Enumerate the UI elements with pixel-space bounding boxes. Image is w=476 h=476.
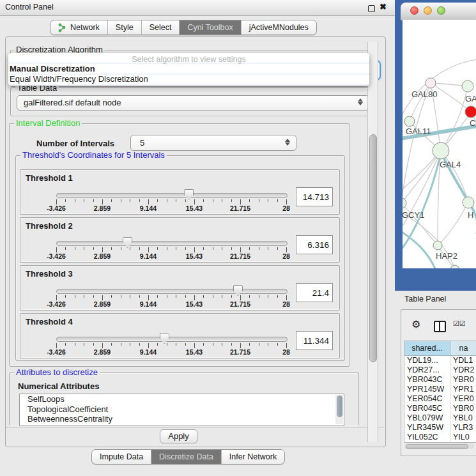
- network-node[interactable]: [433, 241, 442, 250]
- network-edge[interactable]: [438, 203, 468, 245]
- column-checkboxes-icon[interactable]: ☑☑: [453, 319, 466, 328]
- apply-button[interactable]: Apply: [160, 429, 197, 443]
- cell-name[interactable]: YBL0: [450, 413, 476, 423]
- tab-select[interactable]: Select: [141, 20, 180, 35]
- tab-network[interactable]: Network: [50, 20, 107, 35]
- close-icon[interactable]: ✖: [380, 2, 387, 12]
- cell-shared-name[interactable]: YER054C: [404, 394, 450, 404]
- tab-impute-data[interactable]: Impute Data: [92, 450, 151, 464]
- tab-infer-network[interactable]: Infer Network: [221, 450, 284, 464]
- network-edge[interactable]: [403, 231, 436, 268]
- threshold-value[interactable]: 21.4: [296, 283, 333, 302]
- network-node[interactable]: [404, 116, 415, 127]
- list-scrollbar[interactable]: [335, 395, 343, 424]
- cell-shared-name[interactable]: YBR045C: [404, 404, 450, 413]
- threshold-value[interactable]: 11.344: [296, 331, 333, 350]
- cell-name[interactable]: YBR0: [450, 375, 476, 385]
- table-row[interactable]: YDR27...YDR2: [404, 365, 476, 375]
- close-traffic-icon[interactable]: [410, 6, 418, 15]
- slider-tick-labels: -3.4262.8599.14415.4321.71528: [56, 204, 286, 212]
- tick-mark: [203, 343, 204, 346]
- table-row[interactable]: YPR145WYPR1: [404, 385, 476, 394]
- list-scrollbar-thumb[interactable]: [337, 395, 342, 417]
- slider-handle[interactable]: [184, 189, 194, 200]
- cell-shared-name[interactable]: YDR27...: [404, 365, 450, 375]
- network-window-titlebar[interactable]: [401, 3, 476, 20]
- table-row[interactable]: YIL052CYIL0: [404, 433, 476, 442]
- cell-shared-name[interactable]: YIL052C: [404, 433, 450, 442]
- attribute-list-item[interactable]: SelfLoops: [20, 394, 344, 404]
- table-h-scrollbar[interactable]: [404, 443, 474, 449]
- threshold-value[interactable]: 6.316: [296, 235, 333, 254]
- spinner-arrows-icon: [285, 139, 290, 146]
- attribute-list-item[interactable]: BetweennessCentrality: [20, 414, 344, 424]
- cell-name[interactable]: YDL1: [450, 356, 476, 365]
- network-node[interactable]: [433, 142, 449, 159]
- table-row[interactable]: YBL079WYBL0: [404, 413, 476, 423]
- network-node[interactable]: [426, 78, 436, 88]
- network-edge[interactable]: [410, 83, 431, 121]
- tab-discretize-data[interactable]: Discretize Data: [151, 450, 221, 464]
- cell-name[interactable]: YIL0: [450, 433, 476, 442]
- tick-mark: [213, 295, 213, 298]
- slider-handle[interactable]: [233, 285, 243, 296]
- tab-jactivemnodules[interactable]: jActiveMNodules: [241, 20, 316, 35]
- threshold-panel: Threshold 3 -3.4262.8599.14415.4321.7152…: [20, 265, 340, 311]
- cell-name[interactable]: YPR1: [450, 385, 476, 394]
- tick-mark: [75, 199, 75, 202]
- cell-name[interactable]: YBR0: [450, 404, 476, 413]
- split-columns-icon[interactable]: [434, 321, 446, 332]
- tab-cyni-toolbox[interactable]: Cyni Toolbox: [179, 20, 240, 35]
- column-header-name[interactable]: na: [450, 341, 476, 355]
- popup-option-equal-width[interactable]: Equal Width/Frequency Discretization: [10, 74, 148, 84]
- panel-scrollbar-thumb[interactable]: [369, 134, 377, 362]
- tick-mark: [148, 295, 149, 300]
- table-row[interactable]: YLR345WYLR3: [404, 423, 476, 433]
- table-data-combobox[interactable]: galFiltered.sif default node: [17, 95, 369, 111]
- threshold-value[interactable]: 14.713: [296, 187, 333, 206]
- tick-mark: [259, 199, 259, 202]
- network-node[interactable]: [462, 81, 473, 92]
- network-node[interactable]: [463, 197, 474, 208]
- table-row[interactable]: YBR043CYBR0: [404, 375, 476, 385]
- tick-mark: [65, 199, 66, 202]
- cell-shared-name[interactable]: YBR043C: [404, 375, 450, 385]
- threshold-slider-track[interactable]: [56, 337, 288, 342]
- table-row[interactable]: YER054CYER0: [404, 394, 476, 404]
- column-header-shared-name[interactable]: shared...: [404, 341, 450, 355]
- table-row[interactable]: YBR045CYBR0: [404, 404, 476, 413]
- network-node[interactable]: [465, 106, 476, 118]
- gear-icon[interactable]: ⚙: [411, 318, 420, 330]
- cell-name[interactable]: YER0: [450, 394, 476, 404]
- cell-name[interactable]: YDR2: [450, 365, 476, 375]
- tab-label: Infer Network: [229, 452, 277, 461]
- threshold-slider-track[interactable]: [56, 289, 288, 294]
- float-icon[interactable]: [368, 5, 375, 12]
- numerical-attributes-list[interactable]: SelfLoopsTopologicalCoefficientBetweenne…: [19, 394, 344, 426]
- slider-handle[interactable]: [160, 333, 169, 344]
- cell-shared-name[interactable]: YBL079W: [404, 413, 450, 423]
- threshold-label: Threshold 1: [26, 173, 73, 183]
- tick-mark: [157, 247, 158, 250]
- node-table[interactable]: shared... na YDL19...YDL1YDR27...YDR2YBR…: [404, 341, 476, 443]
- cell-shared-name[interactable]: YLR345W: [404, 423, 450, 433]
- slider-handle[interactable]: [123, 237, 132, 248]
- network-canvas[interactable]: GAL80GACGAL11GAL4GCY1HHAP2: [403, 20, 476, 268]
- panel-scrollbar[interactable]: [367, 42, 378, 442]
- network-edge[interactable]: [441, 86, 468, 151]
- cell-shared-name[interactable]: YPR145W: [404, 385, 450, 394]
- number-of-intervals-spinner[interactable]: 5: [130, 135, 296, 151]
- zoom-traffic-icon[interactable]: [437, 6, 445, 15]
- threshold-slider-track[interactable]: [56, 241, 288, 246]
- table-row[interactable]: YDL19...YDL1: [404, 356, 476, 365]
- table-h-scrollbar-thumb[interactable]: [406, 444, 468, 449]
- cell-name[interactable]: YLR3: [450, 423, 476, 433]
- tab-style[interactable]: Style: [107, 20, 141, 35]
- threshold-slider-track[interactable]: [56, 193, 288, 198]
- attribute-list-item[interactable]: TopologicalCoefficient: [20, 404, 344, 415]
- network-node[interactable]: [403, 198, 406, 208]
- tick-mark: [121, 247, 121, 250]
- cell-shared-name[interactable]: YDL19...: [404, 356, 450, 365]
- minimize-traffic-icon[interactable]: [424, 6, 432, 15]
- popup-option-manual[interactable]: Manual Discretization: [10, 64, 95, 73]
